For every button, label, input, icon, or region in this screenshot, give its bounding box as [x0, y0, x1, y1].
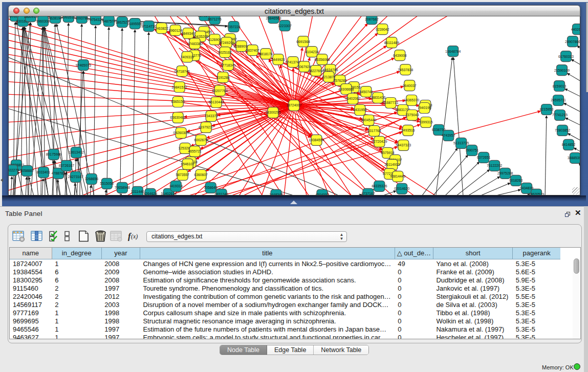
svg-text:0831240: 0831240: [214, 192, 228, 195]
svg-text:59045440: 59045440: [361, 118, 376, 122]
svg-text:28907866: 28907866: [565, 40, 580, 43]
svg-text:84335326: 84335326: [372, 184, 387, 188]
svg-text:5873557: 5873557: [176, 173, 189, 177]
svg-text:77741215: 77741215: [552, 113, 568, 117]
svg-text:09260309: 09260309: [173, 131, 189, 135]
svg-text:41979237: 41979237: [199, 125, 214, 129]
svg-text:0434839: 0434839: [520, 186, 534, 190]
svg-text:28831436: 28831436: [370, 96, 385, 100]
svg-text:26114913: 26114913: [384, 163, 400, 166]
svg-text:70658948: 70658948: [115, 186, 130, 189]
svg-text:0239042: 0239042: [376, 28, 389, 31]
svg-text:80175989: 80175989: [46, 152, 61, 156]
svg-text:61760313: 61760313: [558, 55, 574, 58]
svg-text:0018263: 0018263: [509, 179, 523, 182]
svg-text:1311440: 1311440: [131, 190, 144, 193]
svg-text:30435205: 30435205: [193, 35, 208, 38]
svg-text:18724007: 18724007: [286, 103, 301, 107]
svg-text:26846563: 26846563: [266, 16, 281, 20]
svg-text:79754323: 79754323: [88, 18, 103, 21]
svg-text:38885393: 38885393: [568, 156, 580, 160]
svg-text:8215953: 8215953: [540, 107, 554, 111]
svg-text:4504000: 4504000: [315, 193, 329, 195]
svg-text:6671276: 6671276: [208, 17, 222, 21]
svg-text:9487574: 9487574: [102, 19, 116, 23]
svg-text:01895559: 01895559: [127, 22, 143, 26]
svg-text:76122202: 76122202: [487, 164, 502, 167]
svg-text:8033401: 8033401: [37, 170, 51, 174]
svg-text:7058649: 7058649: [204, 186, 217, 189]
svg-text:29841537: 29841537: [172, 85, 187, 89]
svg-text:08227654: 08227654: [308, 69, 323, 73]
svg-text:0837407: 0837407: [246, 49, 259, 52]
svg-text:6450749: 6450749: [359, 90, 373, 94]
svg-text:7990751: 7990751: [465, 148, 479, 152]
svg-text:14365370: 14365370: [404, 99, 419, 102]
svg-text:02014620: 02014620: [394, 187, 409, 190]
svg-text:97114710: 97114710: [141, 25, 157, 28]
svg-text:2493516: 2493516: [401, 128, 415, 132]
svg-text:2087682: 2087682: [365, 17, 379, 21]
svg-text:8960124: 8960124: [169, 29, 183, 32]
svg-text:8737167: 8737167: [361, 192, 375, 195]
svg-text:4743957: 4743957: [442, 134, 455, 137]
svg-text:7375043: 7375043: [405, 113, 419, 117]
svg-text:82889093: 82889093: [234, 45, 249, 48]
svg-text:85356068: 85356068: [314, 58, 330, 61]
svg-text:18300295: 18300295: [265, 111, 280, 114]
svg-text:8058887: 8058887: [20, 169, 34, 172]
svg-text:6372651: 6372651: [477, 156, 491, 159]
svg-text:51313735: 51313735: [453, 141, 469, 145]
svg-text:1419314: 1419314: [169, 184, 183, 188]
svg-text:56130445: 56130445: [209, 101, 224, 104]
svg-text:74537838: 74537838: [398, 68, 413, 72]
svg-text:97465075: 97465075: [76, 63, 91, 67]
svg-text:13613412: 13613412: [69, 150, 84, 154]
svg-text:54437323: 54437323: [396, 143, 411, 147]
svg-text:21590109: 21590109: [554, 69, 570, 72]
svg-text:01687731: 01687731: [383, 101, 398, 105]
svg-text:76402067: 76402067: [345, 97, 360, 101]
svg-text:93814449: 93814449: [390, 174, 405, 178]
svg-text:4402685: 4402685: [571, 28, 580, 31]
svg-text:07413748: 07413748: [285, 60, 300, 64]
svg-text:6360607: 6360607: [194, 173, 208, 177]
svg-text:65630481: 65630481: [170, 116, 186, 119]
svg-text:7357224: 7357224: [227, 25, 241, 29]
svg-text:4104234: 4104234: [305, 50, 319, 54]
svg-text:86111489: 86111489: [384, 41, 399, 45]
svg-text:77718341: 77718341: [221, 63, 236, 67]
svg-text:51402614: 51402614: [161, 192, 177, 195]
svg-text:49306668: 49306668: [338, 87, 354, 91]
svg-text:7463822: 7463822: [155, 27, 169, 30]
svg-text:44634786: 44634786: [322, 68, 338, 72]
svg-text:29975288: 29975288: [497, 171, 513, 175]
svg-text:19384554: 19384554: [309, 138, 324, 142]
svg-text:3448347: 3448347: [269, 193, 283, 195]
svg-text:72720429: 72720429: [372, 140, 387, 143]
svg-text:9960308: 9960308: [36, 19, 50, 23]
svg-text:0025167: 0025167: [218, 51, 232, 54]
svg-text:17483380: 17483380: [187, 42, 203, 46]
svg-text:9022279: 9022279: [9, 168, 19, 172]
svg-text:7576283: 7576283: [333, 79, 347, 82]
svg-text:7409319: 7409319: [180, 55, 194, 59]
svg-text:48620579: 48620579: [529, 192, 544, 195]
svg-text:6546107: 6546107: [181, 162, 194, 166]
svg-text:83726167: 83726167: [59, 164, 74, 167]
svg-text:0431955: 0431955: [353, 108, 367, 112]
svg-text:8414852: 8414852: [562, 143, 576, 146]
svg-text:6691564: 6691564: [296, 40, 310, 43]
svg-text:8818174: 8818174: [259, 52, 273, 56]
svg-text:2213878: 2213878: [322, 75, 336, 79]
svg-text:0640037: 0640037: [403, 84, 417, 87]
svg-text:0399315: 0399315: [419, 120, 433, 124]
svg-text:4655721: 4655721: [188, 149, 202, 153]
svg-text:1067924: 1067924: [297, 65, 311, 69]
svg-text:8159013: 8159013: [553, 84, 567, 88]
svg-text:24595711: 24595711: [551, 99, 566, 102]
svg-text:0317764: 0317764: [367, 129, 381, 133]
svg-text:7940199: 7940199: [418, 106, 431, 110]
svg-text:6002675: 6002675: [194, 138, 208, 142]
svg-text:1223307: 1223307: [278, 24, 292, 28]
